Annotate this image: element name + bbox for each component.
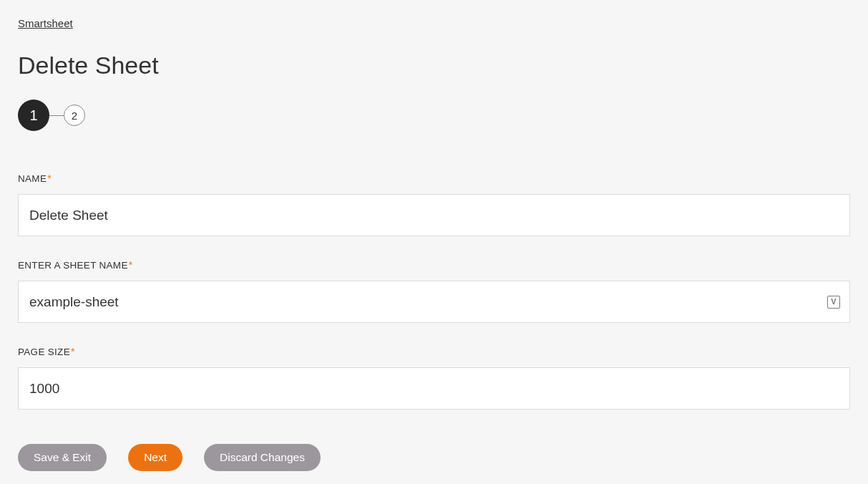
required-marker: * — [71, 346, 75, 357]
step-connector — [49, 115, 64, 116]
field-sheet-name: ENTER A SHEET NAME* V — [18, 259, 850, 323]
field-name: NAME* — [18, 173, 850, 236]
next-button[interactable]: Next — [128, 444, 182, 471]
name-label: NAME* — [18, 173, 850, 184]
sheet-name-label-text: ENTER A SHEET NAME — [18, 260, 128, 271]
required-marker: * — [47, 173, 52, 184]
name-label-text: NAME — [18, 173, 47, 184]
page-title: Delete Sheet — [18, 52, 850, 79]
sheet-name-input[interactable] — [18, 281, 850, 323]
discard-button[interactable]: Discard Changes — [204, 444, 321, 471]
sheet-name-label: ENTER A SHEET NAME* — [18, 259, 850, 271]
page-size-label: PAGE SIZE* — [18, 346, 850, 357]
breadcrumb-smartsheet[interactable]: Smartsheet — [18, 17, 73, 29]
action-buttons: Save & Exit Next Discard Changes — [18, 444, 850, 471]
stepper: 1 2 — [18, 100, 850, 131]
name-input[interactable] — [18, 194, 850, 236]
step-1[interactable]: 1 — [18, 100, 49, 131]
field-page-size: PAGE SIZE* — [18, 346, 850, 410]
step-2[interactable]: 2 — [64, 105, 85, 126]
variable-picker-icon[interactable]: V — [827, 296, 840, 309]
required-marker: * — [129, 259, 133, 271]
save-exit-button[interactable]: Save & Exit — [18, 444, 107, 471]
page-size-input[interactable] — [18, 367, 850, 410]
page-size-label-text: PAGE SIZE — [18, 347, 70, 357]
